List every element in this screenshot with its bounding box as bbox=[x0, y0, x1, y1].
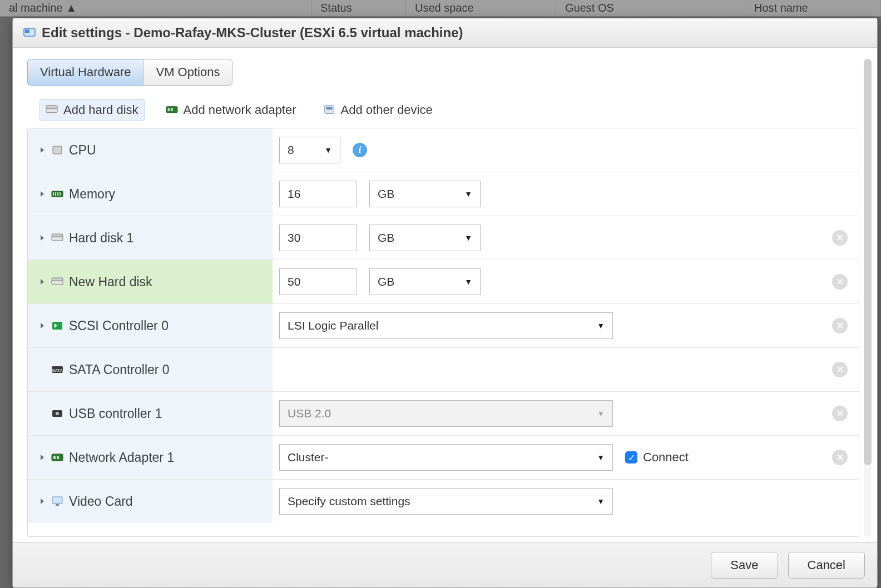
hard-disk-icon bbox=[51, 276, 63, 287]
newhd-size-input[interactable] bbox=[279, 268, 357, 295]
expand-icon[interactable] bbox=[39, 278, 46, 285]
expand-icon[interactable] bbox=[39, 235, 46, 241]
expand-icon[interactable] bbox=[39, 191, 46, 197]
svg-rect-8 bbox=[326, 107, 332, 110]
usb-icon bbox=[51, 408, 63, 419]
scsi-type-select[interactable]: LSI Logic Parallel▼ bbox=[279, 312, 613, 339]
remove-hd1-button[interactable]: ✕ bbox=[832, 230, 848, 246]
row-hard-disk-1: Hard disk 1 GB▼ ✕ bbox=[28, 216, 859, 260]
nic-connect-checkbox[interactable]: ✓ Connect bbox=[625, 450, 689, 465]
svg-point-23 bbox=[56, 412, 59, 415]
svg-rect-13 bbox=[57, 192, 58, 196]
row-video-card: Video Card Specify custom settings▼ bbox=[28, 480, 859, 523]
tab-virtual-hardware[interactable]: Virtual Hardware bbox=[27, 59, 143, 86]
info-icon[interactable]: i bbox=[353, 143, 367, 157]
usb-type-select: USB 2.0▼ bbox=[279, 400, 613, 427]
remove-nic-button[interactable]: ✕ bbox=[832, 450, 848, 465]
hardware-list: CPU 8▼ i Memory bbox=[27, 128, 859, 537]
remove-newhd-button[interactable]: ✕ bbox=[832, 274, 848, 290]
expand-icon[interactable] bbox=[39, 322, 46, 329]
row-new-hard-disk: New Hard disk GB▼ ✕ bbox=[28, 260, 859, 304]
svg-rect-12 bbox=[55, 192, 56, 196]
scsi-label: SCSI Controller 0 bbox=[69, 318, 169, 333]
scrollbar[interactable] bbox=[864, 59, 872, 537]
add-nic-label: Add network adapter bbox=[184, 103, 296, 117]
svg-rect-26 bbox=[57, 456, 59, 459]
cpu-label: CPU bbox=[69, 143, 96, 158]
hd1-label: Hard disk 1 bbox=[69, 231, 133, 246]
add-other-device-button[interactable]: Add other device bbox=[318, 99, 438, 121]
memory-label: Memory bbox=[69, 187, 115, 202]
nic-label: Network Adapter 1 bbox=[69, 450, 174, 465]
svg-text:SATA: SATA bbox=[52, 368, 63, 373]
svg-rect-11 bbox=[53, 192, 54, 196]
row-usb-controller: USB controller 1 USB 2.0▼ ✕ bbox=[28, 392, 859, 436]
add-hard-disk-label: Add hard disk bbox=[63, 103, 138, 117]
newhd-unit-select[interactable]: GB▼ bbox=[369, 268, 481, 295]
svg-rect-16 bbox=[52, 234, 63, 237]
svg-rect-3 bbox=[46, 106, 57, 108]
remove-scsi-button[interactable]: ✕ bbox=[832, 318, 848, 333]
add-hardware-toolbar: Add hard disk Add network adapter Add ot… bbox=[39, 99, 859, 121]
row-cpu: CPU 8▼ i bbox=[28, 128, 859, 172]
vm-icon bbox=[23, 26, 36, 39]
newhd-label: New Hard disk bbox=[69, 275, 152, 290]
usb-label: USB controller 1 bbox=[69, 406, 162, 421]
video-settings-select[interactable]: Specify custom settings▼ bbox=[279, 488, 613, 515]
remove-sata-button[interactable]: ✕ bbox=[832, 362, 848, 377]
hard-disk-icon bbox=[51, 232, 63, 243]
device-icon bbox=[323, 104, 335, 116]
cpu-icon bbox=[51, 144, 63, 156]
svg-rect-25 bbox=[53, 456, 56, 459]
scsi-icon bbox=[51, 320, 63, 331]
hd1-size-input[interactable] bbox=[279, 225, 357, 251]
row-scsi-controller: SCSI Controller 0 LSI Logic Parallel▼ ✕ bbox=[28, 304, 859, 348]
add-network-adapter-button[interactable]: Add network adapter bbox=[160, 99, 302, 121]
dialog-footer: Save Cancel bbox=[13, 542, 877, 587]
expand-icon[interactable] bbox=[39, 498, 46, 505]
svg-rect-1 bbox=[25, 29, 29, 33]
save-button[interactable]: Save bbox=[711, 552, 778, 579]
nic-icon bbox=[166, 104, 178, 116]
row-sata-controller: SATA SATA Controller 0 ✕ bbox=[28, 348, 859, 392]
row-memory: Memory GB▼ bbox=[28, 172, 859, 216]
tab-vm-options[interactable]: VM Options bbox=[143, 59, 232, 86]
memory-unit-select[interactable]: GB▼ bbox=[369, 181, 481, 207]
video-label: Video Card bbox=[69, 494, 133, 509]
scrollbar-thumb[interactable] bbox=[864, 59, 872, 465]
monitor-icon bbox=[51, 496, 63, 507]
svg-rect-9 bbox=[53, 146, 62, 154]
remove-usb-button[interactable]: ✕ bbox=[832, 406, 848, 421]
checkbox-checked-icon: ✓ bbox=[625, 451, 637, 464]
cpu-count-select[interactable]: 8▼ bbox=[279, 137, 340, 163]
svg-rect-18 bbox=[52, 278, 63, 281]
svg-rect-28 bbox=[56, 504, 59, 506]
add-other-label: Add other device bbox=[341, 103, 433, 117]
hard-disk-icon bbox=[46, 104, 58, 116]
hd1-unit-select[interactable]: GB▼ bbox=[369, 225, 481, 251]
cancel-button[interactable]: Cancel bbox=[788, 552, 865, 579]
svg-rect-6 bbox=[171, 108, 173, 111]
sata-icon: SATA bbox=[51, 364, 63, 375]
dialog-title: Edit settings - Demo-Rafay-MKS-Cluster (… bbox=[42, 25, 463, 41]
svg-rect-5 bbox=[167, 108, 170, 111]
sata-label: SATA Controller 0 bbox=[69, 362, 170, 377]
memory-icon bbox=[51, 188, 63, 200]
expand-icon[interactable] bbox=[39, 147, 46, 153]
row-network-adapter: Network Adapter 1 Cluster-▼ ✓ Connect ✕ bbox=[28, 436, 859, 480]
add-hard-disk-button[interactable]: Add hard disk bbox=[39, 99, 145, 121]
tab-strip: Virtual Hardware VM Options bbox=[27, 59, 859, 86]
dialog-header: Edit settings - Demo-Rafay-MKS-Cluster (… bbox=[13, 18, 877, 48]
memory-size-input[interactable] bbox=[279, 181, 357, 207]
nic-icon bbox=[51, 452, 63, 463]
edit-settings-dialog: Edit settings - Demo-Rafay-MKS-Cluster (… bbox=[12, 18, 878, 588]
svg-rect-27 bbox=[52, 497, 62, 504]
nic-network-select[interactable]: Cluster-▼ bbox=[279, 444, 613, 471]
svg-rect-14 bbox=[60, 192, 61, 196]
expand-icon[interactable] bbox=[39, 454, 46, 461]
connect-label: Connect bbox=[643, 450, 689, 465]
